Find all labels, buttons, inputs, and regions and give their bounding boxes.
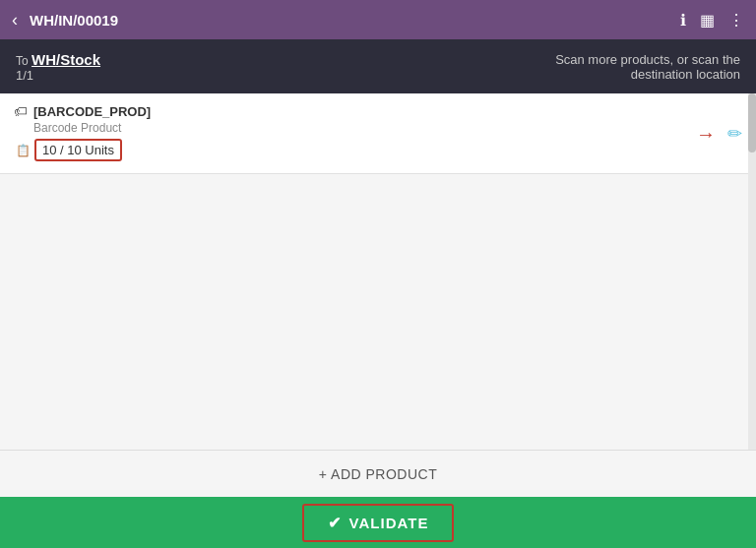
menu-icon[interactable]: ⋮ — [728, 11, 744, 30]
bottom-section: + ADD PRODUCT ✔ VALIDATE — [0, 450, 756, 548]
add-product-label[interactable]: + ADD PRODUCT — [319, 466, 437, 482]
transfer-arrow-icon: → — [696, 122, 716, 145]
tag-icon: 🏷 — [14, 103, 28, 119]
validate-check-icon: ✔ — [328, 514, 342, 532]
product-barcode: [BARCODE_PROD] — [33, 104, 151, 119]
product-card: 🏷 [BARCODE_PROD] Barcode Product 📋 10 / … — [0, 93, 756, 174]
qty-icon: 📋 — [16, 144, 31, 157]
product-name: Barcode Product — [33, 121, 742, 135]
sub-header-left: To WH/Stock 1/1 — [16, 51, 524, 83]
product-actions: → ✏ — [696, 122, 742, 145]
validate-bar[interactable]: ✔ VALIDATE — [0, 497, 756, 548]
scan-hint: Scan more products, or scan the destinat… — [524, 52, 740, 82]
sub-header: To WH/Stock 1/1 Scan more products, or s… — [0, 39, 756, 93]
transfer-count: 1/1 — [16, 68, 524, 83]
product-tag-row: 🏷 [BARCODE_PROD] — [14, 103, 742, 119]
quantity-display[interactable]: 10 / 10 Units — [34, 139, 122, 161]
main-content: 🏷 [BARCODE_PROD] Barcode Product 📋 10 / … — [0, 93, 756, 450]
back-button[interactable]: ‹ — [12, 10, 18, 30]
info-icon[interactable]: ℹ — [680, 11, 686, 30]
top-bar: ‹ WH/IN/00019 ℹ ▦ ⋮ — [0, 0, 756, 39]
product-qty-row: 📋 10 / 10 Units — [16, 139, 742, 161]
page-title: WH/IN/00019 — [30, 12, 680, 29]
top-bar-icons: ℹ ▦ ⋮ — [680, 11, 744, 30]
add-product-bar[interactable]: + ADD PRODUCT — [0, 450, 756, 497]
validate-label: VALIDATE — [349, 515, 429, 531]
to-label: To WH/Stock — [16, 51, 524, 68]
destination-location[interactable]: WH/Stock — [32, 51, 100, 68]
scrollbar-track[interactable] — [748, 93, 756, 450]
grid-icon[interactable]: ▦ — [700, 11, 715, 30]
edit-icon[interactable]: ✏ — [727, 123, 742, 145]
validate-button[interactable]: ✔ VALIDATE — [302, 504, 455, 542]
scrollbar-thumb[interactable] — [748, 93, 756, 152]
